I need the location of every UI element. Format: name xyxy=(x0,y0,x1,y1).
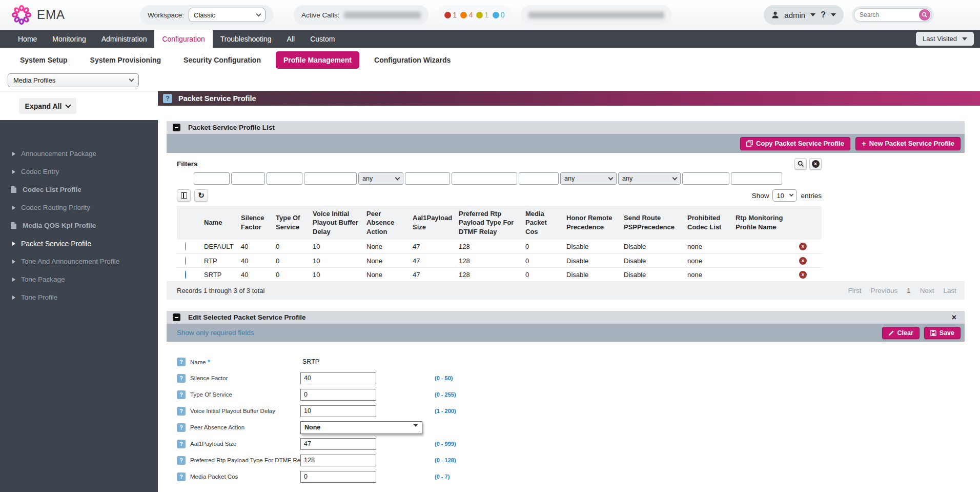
filter-input-7[interactable] xyxy=(519,172,559,185)
nav-item-home[interactable]: Home xyxy=(10,30,45,48)
search-button[interactable] xyxy=(919,9,930,21)
sidebar-item-codec-list-profile[interactable]: Codec List Profile xyxy=(0,181,158,199)
sidebar-item-announcement-package[interactable]: Announcement Package xyxy=(0,145,158,163)
tab-configuration-wizards[interactable]: Configuration Wizards xyxy=(366,51,458,69)
clear-filters-button[interactable]: × xyxy=(809,158,822,170)
field-help-icon[interactable]: ? xyxy=(177,390,186,399)
sidebar-item-codec-entry[interactable]: Codec Entry xyxy=(0,163,158,181)
filter-input-3[interactable] xyxy=(304,172,357,185)
filter-input-6[interactable] xyxy=(452,172,517,185)
nav-item-troubleshooting[interactable]: Troubleshooting xyxy=(213,30,279,48)
table-cell: Disable xyxy=(620,240,683,253)
tab-system-setup[interactable]: System Setup xyxy=(12,51,75,69)
tab-security-configuration[interactable]: Security Configuration xyxy=(176,51,269,69)
workspace-select[interactable]: Classic xyxy=(189,8,266,22)
table-cell: 10 xyxy=(309,240,362,253)
nav-item-monitoring[interactable]: Monitoring xyxy=(45,30,93,48)
pagination-1[interactable]: 1 xyxy=(907,287,911,294)
nav-item-configuration[interactable]: Configuration xyxy=(154,30,212,48)
refresh-button[interactable]: ↻ xyxy=(194,189,208,202)
delete-row-button[interactable]: × xyxy=(799,243,807,250)
field-help-icon[interactable]: ? xyxy=(177,440,186,448)
row-radio[interactable] xyxy=(185,257,186,265)
save-label: Save xyxy=(940,329,954,337)
filter-input-1[interactable] xyxy=(231,172,265,185)
page-size-select[interactable]: 10 xyxy=(772,189,797,202)
sidebar-item-codec-routing-priority[interactable]: Codec Routing Priority xyxy=(0,199,158,217)
field-input-voice-initial-playout-buffer-delay[interactable] xyxy=(300,405,376,417)
filter-select-9[interactable]: any xyxy=(618,172,681,185)
user-menu-chevron-icon xyxy=(810,13,815,16)
collapse-icon[interactable] xyxy=(173,124,180,131)
field-input-type-of-service[interactable] xyxy=(300,389,376,401)
close-icon[interactable]: × xyxy=(952,313,958,322)
row-radio[interactable] xyxy=(185,242,186,251)
filter-input-10[interactable] xyxy=(682,172,729,185)
field-input-aal1payload-size[interactable] xyxy=(300,438,376,450)
nav-item-all[interactable]: All xyxy=(279,30,303,48)
copy-profile-button[interactable]: Copy Packet Service Profile xyxy=(740,137,850,150)
field-help-icon[interactable]: ? xyxy=(177,358,186,366)
show-required-link[interactable]: Show only required fields xyxy=(177,329,254,337)
column-picker-button[interactable] xyxy=(177,189,191,202)
form-row-aal1payload-size: ?Aal1Payload Size(0 - 999) xyxy=(177,437,965,450)
caret-right-icon xyxy=(12,170,15,174)
form-row-voice-initial-playout-buffer-delay: ?Voice Initial Playout Buffer Delay(1 - … xyxy=(177,404,965,418)
document-icon xyxy=(10,186,17,193)
sidebar-item-tone-and-announcement-profile[interactable]: Tone And Announcement Profile xyxy=(0,252,158,270)
nav-item-administration[interactable]: Administration xyxy=(94,30,155,48)
field-help-icon[interactable]: ? xyxy=(177,407,186,416)
table-row: DEFAULT40010None471280DisableDisablenone… xyxy=(177,240,822,253)
table-cell: 47 xyxy=(409,254,455,267)
sidebar-item-packet-service-profile[interactable]: Packet Service Profile xyxy=(0,234,158,252)
filter-input-2[interactable] xyxy=(267,172,302,185)
column-header-name: Name xyxy=(200,206,237,240)
delete-row-button[interactable]: × xyxy=(799,257,807,265)
field-select-peer-absence-action[interactable]: None xyxy=(300,421,422,434)
field-help-icon[interactable]: ? xyxy=(177,423,186,432)
tab-profile-management[interactable]: Profile Management xyxy=(276,51,359,69)
filter-input-0[interactable] xyxy=(194,172,230,185)
brand-logo: EMA xyxy=(11,5,65,25)
field-input-silence-factor[interactable] xyxy=(300,372,376,384)
filter-input-5[interactable] xyxy=(405,172,450,185)
search-input[interactable] xyxy=(855,11,919,18)
user-menu[interactable]: admin ? xyxy=(764,5,844,25)
field-help-icon[interactable]: ? xyxy=(177,456,186,465)
field-input-media-packet-cos[interactable] xyxy=(300,471,376,483)
pagination-previous[interactable]: Previous xyxy=(871,287,898,294)
collapse-icon[interactable] xyxy=(173,313,180,321)
sidebar-item-tone-profile[interactable]: Tone Profile xyxy=(0,288,158,306)
chevron-down-icon xyxy=(129,77,134,82)
pagination-last[interactable]: Last xyxy=(943,287,956,294)
global-search-group xyxy=(852,6,934,24)
help-menu-chevron-icon xyxy=(831,13,836,16)
tab-system-provisioning[interactable]: System Provisioning xyxy=(83,51,169,69)
last-visited-button[interactable]: Last Visited xyxy=(916,32,974,46)
help-menu[interactable]: ? xyxy=(821,10,826,19)
row-radio[interactable] xyxy=(185,270,186,279)
field-input-preferred-rtp-payload-type-for-dtmf-relay[interactable] xyxy=(300,455,376,466)
field-help-icon[interactable]: ? xyxy=(177,473,186,481)
table-cell: Disable xyxy=(620,254,683,267)
filter-input-11[interactable] xyxy=(731,172,782,185)
save-button[interactable]: Save xyxy=(924,327,961,339)
profile-type-select[interactable]: Media Profiles xyxy=(8,73,139,87)
delete-row-button[interactable]: × xyxy=(799,271,807,279)
filter-select-8[interactable]: any xyxy=(560,172,617,185)
clear-button[interactable]: Clear xyxy=(882,327,920,339)
sidebar-item-tone-package[interactable]: Tone Package xyxy=(0,270,158,288)
pagination-next[interactable]: Next xyxy=(920,287,934,294)
expand-all-button[interactable]: Expand All xyxy=(19,98,76,114)
alarm-summary[interactable]: 1410 xyxy=(437,5,512,25)
new-profile-button[interactable]: + New Packet Service Profile xyxy=(855,137,961,150)
field-help-icon[interactable]: ? xyxy=(177,374,186,383)
nav-item-custom[interactable]: Custom xyxy=(302,30,342,48)
pagination-first[interactable]: First xyxy=(848,287,861,294)
required-marker: * xyxy=(208,358,210,366)
sidebar-item-media-qos-kpi-profile[interactable]: Media QOS Kpi Profile xyxy=(0,217,158,234)
filter-select-4[interactable]: any xyxy=(358,172,403,185)
page-help-icon[interactable]: ? xyxy=(163,94,172,103)
apply-filters-button[interactable] xyxy=(794,158,807,170)
table-cell: Disable xyxy=(562,268,620,281)
